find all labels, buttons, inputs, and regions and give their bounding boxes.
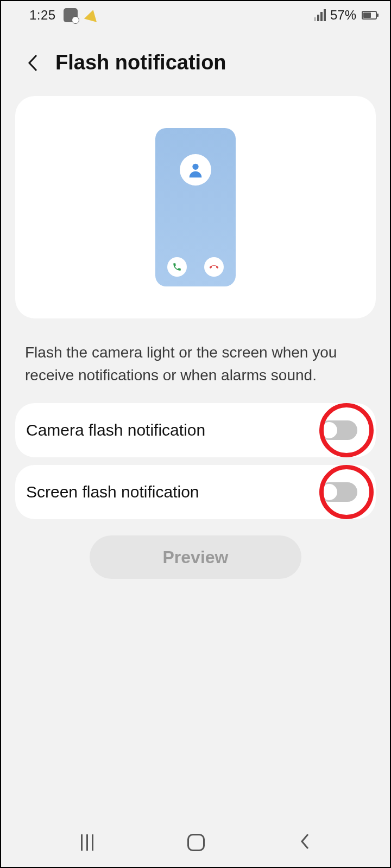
signal-icon bbox=[314, 9, 326, 21]
notification-icon bbox=[64, 8, 78, 22]
setting-camera-flash[interactable]: Camera flash notification bbox=[15, 403, 376, 457]
status-bar: 1:25 57% bbox=[1, 1, 390, 29]
setting-label: Screen flash notification bbox=[26, 483, 199, 501]
status-right: 57% bbox=[314, 8, 377, 23]
nav-home-button[interactable] bbox=[187, 834, 205, 851]
battery-icon bbox=[362, 11, 377, 20]
illustration-card bbox=[15, 96, 376, 318]
setting-label: Camera flash notification bbox=[26, 421, 205, 439]
toggle-camera-flash[interactable] bbox=[319, 420, 357, 440]
nav-recents-button[interactable] bbox=[81, 834, 93, 851]
preview-button[interactable]: Preview bbox=[90, 535, 301, 579]
toggle-screen-flash[interactable] bbox=[319, 482, 357, 502]
navigation-bar bbox=[1, 818, 390, 867]
decline-call-icon bbox=[204, 257, 224, 277]
status-time: 1:25 bbox=[29, 8, 56, 23]
battery-percent: 57% bbox=[330, 8, 356, 23]
status-left: 1:25 bbox=[29, 8, 98, 23]
setting-screen-flash[interactable]: Screen flash notification bbox=[15, 465, 376, 519]
svg-point-0 bbox=[192, 164, 198, 170]
preview-button-wrap: Preview bbox=[1, 535, 390, 579]
avatar-icon bbox=[180, 154, 211, 186]
accept-call-icon bbox=[167, 257, 187, 277]
header: Flash notification bbox=[1, 29, 390, 96]
chevron-left-icon bbox=[27, 54, 39, 72]
nav-back-button[interactable] bbox=[299, 833, 310, 852]
page-title: Flash notification bbox=[55, 51, 226, 74]
location-icon bbox=[84, 8, 99, 22]
phone-illustration bbox=[155, 128, 236, 286]
preview-label: Preview bbox=[163, 547, 229, 567]
back-button[interactable] bbox=[23, 53, 42, 73]
description-text: Flash the camera light or the screen whe… bbox=[1, 318, 390, 403]
